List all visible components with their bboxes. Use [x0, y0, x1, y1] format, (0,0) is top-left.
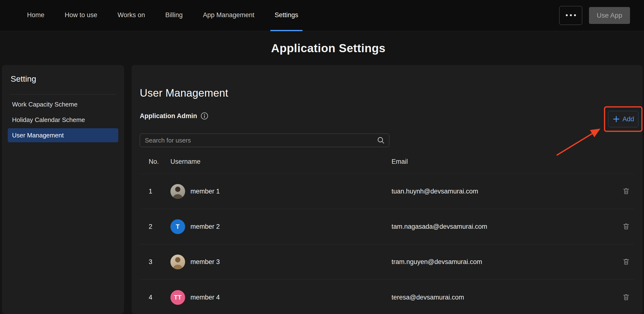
row-number: 4 [140, 294, 170, 301]
sidebar-title: Setting [8, 74, 118, 84]
column-header-email: Email [392, 158, 618, 165]
panel-heading: User Management [140, 87, 642, 99]
username: member 3 [190, 258, 220, 266]
page-title: Application Settings [0, 42, 644, 55]
email: teresa@devsamurai.com [392, 294, 618, 301]
avatar: T [170, 219, 185, 234]
search-input[interactable] [140, 134, 389, 147]
email: tam.nagasada@devsamurai.com [392, 223, 618, 230]
row-number: 3 [140, 258, 170, 266]
avatar: TT [170, 290, 185, 305]
more-options-button[interactable] [559, 6, 582, 25]
add-button-label: Add [622, 115, 634, 123]
table-header-row: No. Username Email [140, 150, 634, 174]
column-header-username: Username [170, 158, 392, 165]
username: member 1 [190, 188, 220, 195]
nav-item-how-to-use[interactable]: How to use [60, 0, 102, 31]
avatar [170, 184, 185, 199]
table-row: 1 member 1 tuan.huynh@devsamurai.com [140, 174, 634, 209]
email: tuan.huynh@devsamurai.com [392, 188, 618, 195]
nav-item-works-on[interactable]: Works on [113, 0, 150, 31]
table-row: 4 TT member 4 teresa@devsamurai.com [140, 280, 634, 314]
info-icon[interactable] [200, 112, 208, 120]
settings-sidebar: Setting Work Capacity Scheme Holiday Cal… [2, 65, 124, 314]
username: member 2 [190, 223, 220, 230]
username: member 4 [190, 294, 220, 301]
nav-item-home[interactable]: Home [23, 0, 49, 31]
use-app-button[interactable]: Use App [589, 7, 630, 24]
delete-user-button[interactable] [621, 186, 632, 197]
delete-user-button[interactable] [621, 292, 632, 303]
nav-item-app-management[interactable]: App Management [199, 0, 259, 31]
add-button[interactable]: Add [608, 111, 638, 127]
avatar [170, 255, 185, 269]
nav-right-actions: Use App [559, 0, 644, 31]
sidebar-item-work-capacity-scheme[interactable]: Work Capacity Scheme [8, 97, 118, 111]
delete-user-button[interactable] [621, 221, 632, 232]
column-header-no: No. [140, 158, 170, 165]
table-row: 2 T member 2 tam.nagasada@devsamurai.com [140, 209, 634, 244]
table-row: 3 member 3 tram.nguyen@devsamurai.com [140, 244, 634, 280]
top-navigation: Home How to use Works on Billing App Man… [0, 0, 644, 31]
sidebar-item-holiday-calendar-scheme[interactable]: Holiday Calendar Scheme [8, 113, 118, 127]
ellipsis-icon [565, 13, 576, 18]
section-label-application-admin: Application Admin [140, 112, 197, 120]
nav-item-settings[interactable]: Settings [270, 0, 303, 31]
admin-users-table: No. Username Email 1 member 1 tuan.huynh… [140, 150, 634, 314]
user-management-panel: User Management Application Admin Add [132, 65, 642, 314]
delete-user-button[interactable] [621, 256, 632, 268]
search-icon[interactable] [377, 136, 385, 145]
nav-item-billing[interactable]: Billing [161, 0, 187, 31]
plus-icon [612, 115, 620, 123]
sidebar-divider [10, 94, 116, 94]
email: tram.nguyen@devsamurai.com [392, 258, 618, 266]
row-number: 2 [140, 223, 170, 230]
row-number: 1 [140, 188, 170, 195]
sidebar-item-user-management[interactable]: User Management [8, 128, 118, 142]
